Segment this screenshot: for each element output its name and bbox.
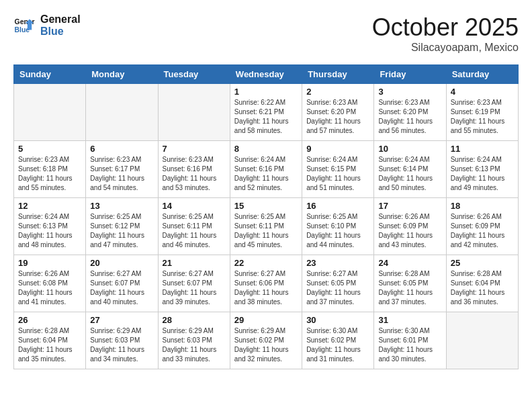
day-number: 20 xyxy=(90,258,153,268)
day-number: 4 xyxy=(451,87,514,97)
day-info: Sunrise: 6:29 AM Sunset: 6:02 PM Dayligh… xyxy=(234,326,298,364)
day-number: 16 xyxy=(306,201,369,211)
day-cell: 9Sunrise: 6:24 AM Sunset: 6:15 PM Daylig… xyxy=(302,141,374,198)
day-number: 26 xyxy=(18,315,81,325)
weekday-header-saturday: Saturday xyxy=(446,65,518,84)
day-info: Sunrise: 6:24 AM Sunset: 6:15 PM Dayligh… xyxy=(306,155,369,193)
day-cell: 4Sunrise: 6:23 AM Sunset: 6:19 PM Daylig… xyxy=(446,84,518,141)
day-cell: 10Sunrise: 6:24 AM Sunset: 6:14 PM Dayli… xyxy=(374,141,446,198)
day-info: Sunrise: 6:24 AM Sunset: 6:13 PM Dayligh… xyxy=(18,212,81,250)
day-number: 18 xyxy=(451,201,514,211)
day-info: Sunrise: 6:29 AM Sunset: 6:03 PM Dayligh… xyxy=(163,326,226,364)
day-cell xyxy=(158,84,230,141)
day-cell: 7Sunrise: 6:23 AM Sunset: 6:16 PM Daylig… xyxy=(158,141,230,198)
day-cell: 27Sunrise: 6:29 AM Sunset: 6:03 PM Dayli… xyxy=(86,312,158,369)
day-number: 9 xyxy=(306,144,369,154)
day-number: 3 xyxy=(378,87,441,97)
day-cell: 16Sunrise: 6:25 AM Sunset: 6:10 PM Dayli… xyxy=(302,198,374,255)
day-cell: 28Sunrise: 6:29 AM Sunset: 6:03 PM Dayli… xyxy=(158,312,230,369)
day-number: 29 xyxy=(234,315,298,325)
day-info: Sunrise: 6:25 AM Sunset: 6:11 PM Dayligh… xyxy=(163,212,226,250)
day-info: Sunrise: 6:29 AM Sunset: 6:03 PM Dayligh… xyxy=(90,326,153,364)
day-number: 27 xyxy=(90,315,153,325)
day-info: Sunrise: 6:30 AM Sunset: 6:01 PM Dayligh… xyxy=(378,326,441,364)
day-cell: 5Sunrise: 6:23 AM Sunset: 6:18 PM Daylig… xyxy=(14,141,86,198)
day-cell: 11Sunrise: 6:24 AM Sunset: 6:13 PM Dayli… xyxy=(446,141,518,198)
day-cell: 24Sunrise: 6:28 AM Sunset: 6:05 PM Dayli… xyxy=(374,255,446,312)
day-cell: 8Sunrise: 6:24 AM Sunset: 6:16 PM Daylig… xyxy=(230,141,302,198)
day-number: 2 xyxy=(306,87,369,97)
week-row-5: 26Sunrise: 6:28 AM Sunset: 6:04 PM Dayli… xyxy=(14,312,519,369)
day-info: Sunrise: 6:23 AM Sunset: 6:17 PM Dayligh… xyxy=(90,155,153,193)
day-number: 12 xyxy=(18,201,81,211)
day-cell: 17Sunrise: 6:26 AM Sunset: 6:09 PM Dayli… xyxy=(374,198,446,255)
day-cell: 12Sunrise: 6:24 AM Sunset: 6:13 PM Dayli… xyxy=(14,198,86,255)
weekday-header-row: SundayMondayTuesdayWednesdayThursdayFrid… xyxy=(14,65,519,84)
day-cell: 2Sunrise: 6:23 AM Sunset: 6:20 PM Daylig… xyxy=(302,84,374,141)
day-info: Sunrise: 6:27 AM Sunset: 6:07 PM Dayligh… xyxy=(90,269,153,307)
day-info: Sunrise: 6:23 AM Sunset: 6:19 PM Dayligh… xyxy=(451,98,514,136)
day-number: 22 xyxy=(234,258,298,268)
weekday-header-monday: Monday xyxy=(86,65,158,84)
title-block: October 2025 Silacayoapam, Mexico xyxy=(372,13,519,54)
day-cell xyxy=(446,312,518,369)
day-number: 25 xyxy=(451,258,514,268)
week-row-3: 12Sunrise: 6:24 AM Sunset: 6:13 PM Dayli… xyxy=(14,198,519,255)
day-number: 24 xyxy=(378,258,441,268)
day-info: Sunrise: 6:28 AM Sunset: 6:05 PM Dayligh… xyxy=(378,269,441,307)
day-number: 31 xyxy=(378,315,441,325)
day-cell: 20Sunrise: 6:27 AM Sunset: 6:07 PM Dayli… xyxy=(86,255,158,312)
day-info: Sunrise: 6:26 AM Sunset: 6:09 PM Dayligh… xyxy=(451,212,514,250)
day-cell: 23Sunrise: 6:27 AM Sunset: 6:05 PM Dayli… xyxy=(302,255,374,312)
day-cell: 29Sunrise: 6:29 AM Sunset: 6:02 PM Dayli… xyxy=(230,312,302,369)
day-info: Sunrise: 6:24 AM Sunset: 6:13 PM Dayligh… xyxy=(451,155,514,193)
weekday-header-wednesday: Wednesday xyxy=(230,65,302,84)
day-info: Sunrise: 6:23 AM Sunset: 6:18 PM Dayligh… xyxy=(18,155,81,193)
logo: General Blue General Blue xyxy=(13,13,81,37)
day-info: Sunrise: 6:24 AM Sunset: 6:16 PM Dayligh… xyxy=(234,155,298,193)
day-info: Sunrise: 6:27 AM Sunset: 6:05 PM Dayligh… xyxy=(306,269,369,307)
day-number: 30 xyxy=(306,315,369,325)
day-number: 8 xyxy=(234,144,298,154)
day-cell: 15Sunrise: 6:25 AM Sunset: 6:11 PM Dayli… xyxy=(230,198,302,255)
day-info: Sunrise: 6:28 AM Sunset: 6:04 PM Dayligh… xyxy=(451,269,514,307)
weekday-header-tuesday: Tuesday xyxy=(158,65,230,84)
week-row-2: 5Sunrise: 6:23 AM Sunset: 6:18 PM Daylig… xyxy=(14,141,519,198)
day-info: Sunrise: 6:23 AM Sunset: 6:16 PM Dayligh… xyxy=(163,155,226,193)
day-info: Sunrise: 6:28 AM Sunset: 6:04 PM Dayligh… xyxy=(18,326,81,364)
day-cell: 6Sunrise: 6:23 AM Sunset: 6:17 PM Daylig… xyxy=(86,141,158,198)
day-cell: 18Sunrise: 6:26 AM Sunset: 6:09 PM Dayli… xyxy=(446,198,518,255)
day-info: Sunrise: 6:27 AM Sunset: 6:06 PM Dayligh… xyxy=(234,269,298,307)
day-number: 7 xyxy=(163,144,226,154)
day-number: 14 xyxy=(163,201,226,211)
day-number: 11 xyxy=(451,144,514,154)
day-cell: 19Sunrise: 6:26 AM Sunset: 6:08 PM Dayli… xyxy=(14,255,86,312)
day-number: 1 xyxy=(234,87,298,97)
day-cell: 3Sunrise: 6:23 AM Sunset: 6:20 PM Daylig… xyxy=(374,84,446,141)
day-cell xyxy=(86,84,158,141)
day-cell: 25Sunrise: 6:28 AM Sunset: 6:04 PM Dayli… xyxy=(446,255,518,312)
week-row-4: 19Sunrise: 6:26 AM Sunset: 6:08 PM Dayli… xyxy=(14,255,519,312)
day-number: 19 xyxy=(18,258,81,268)
location: Silacayoapam, Mexico xyxy=(372,42,519,54)
day-number: 10 xyxy=(378,144,441,154)
day-info: Sunrise: 6:25 AM Sunset: 6:11 PM Dayligh… xyxy=(234,212,298,250)
day-number: 17 xyxy=(378,201,441,211)
day-number: 6 xyxy=(90,144,153,154)
day-cell: 1Sunrise: 6:22 AM Sunset: 6:21 PM Daylig… xyxy=(230,84,302,141)
day-number: 13 xyxy=(90,201,153,211)
day-cell: 31Sunrise: 6:30 AM Sunset: 6:01 PM Dayli… xyxy=(374,312,446,369)
day-number: 5 xyxy=(18,144,81,154)
day-info: Sunrise: 6:22 AM Sunset: 6:21 PM Dayligh… xyxy=(234,98,298,136)
day-info: Sunrise: 6:26 AM Sunset: 6:08 PM Dayligh… xyxy=(18,269,81,307)
logo-blue: Blue xyxy=(40,26,81,38)
day-number: 21 xyxy=(163,258,226,268)
day-number: 23 xyxy=(306,258,369,268)
day-cell: 21Sunrise: 6:27 AM Sunset: 6:07 PM Dayli… xyxy=(158,255,230,312)
logo-icon: General Blue xyxy=(13,15,35,36)
week-row-1: 1Sunrise: 6:22 AM Sunset: 6:21 PM Daylig… xyxy=(14,84,519,141)
day-cell: 26Sunrise: 6:28 AM Sunset: 6:04 PM Dayli… xyxy=(14,312,86,369)
day-info: Sunrise: 6:23 AM Sunset: 6:20 PM Dayligh… xyxy=(378,98,441,136)
month-title: October 2025 xyxy=(372,13,519,42)
day-number: 15 xyxy=(234,201,298,211)
